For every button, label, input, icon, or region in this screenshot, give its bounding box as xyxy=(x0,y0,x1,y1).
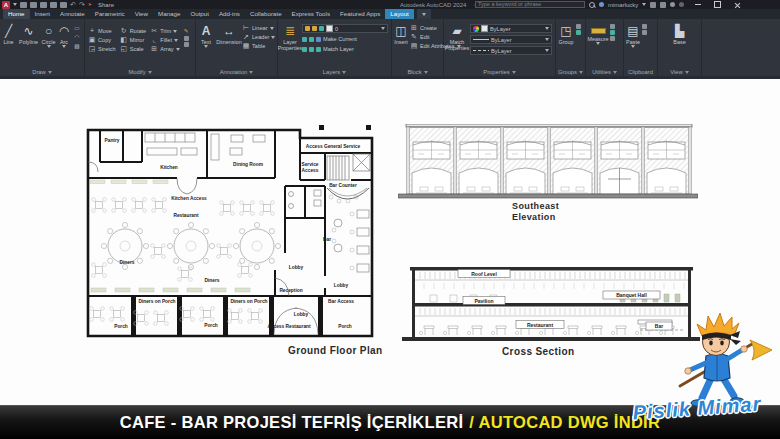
undo-icon[interactable]: ↶ xyxy=(70,0,76,9)
arc-icon: ◠ xyxy=(59,23,69,39)
match-layer-button[interactable]: Match Layer xyxy=(302,45,388,53)
hatch-tool-icon[interactable]: ▨ xyxy=(74,42,79,50)
minimize-button[interactable] xyxy=(695,4,701,5)
tab-featured-apps[interactable]: Featured Apps xyxy=(335,9,385,19)
panel-groups: ◳ Group Groups xyxy=(556,19,586,76)
user-menu-caret-icon[interactable] xyxy=(642,3,646,6)
text-icon: A xyxy=(202,23,211,39)
new-file-icon[interactable] xyxy=(20,2,27,8)
stretch-button[interactable]: ◲Stretch xyxy=(88,45,116,53)
close-button[interactable] xyxy=(734,2,740,8)
autocad-logo-icon[interactable]: A xyxy=(2,1,10,9)
object-color-dropdown[interactable]: ByLayer xyxy=(470,24,552,33)
plan-room-label: Kitchen xyxy=(160,165,178,170)
lineweight-dropdown[interactable]: ByLayer xyxy=(470,35,552,44)
insert-button[interactable]: ◫ Insert xyxy=(392,21,410,65)
mirror-button[interactable]: ◧Mirror xyxy=(120,36,146,44)
circle-button[interactable]: ○ Circle xyxy=(40,21,57,65)
tab-view[interactable]: View xyxy=(130,9,153,19)
quick-calc-icon[interactable] xyxy=(610,36,615,41)
search-icon[interactable] xyxy=(589,2,595,8)
leader-button[interactable]: ↗Leader xyxy=(242,33,275,41)
line-button[interactable]: ╱ Line xyxy=(0,21,17,65)
rectangle-tool-icon[interactable]: ▭ xyxy=(74,24,79,32)
erase-icon[interactable] xyxy=(184,36,189,41)
tab-add-ins[interactable]: Add-ins xyxy=(214,9,245,19)
scale-button[interactable]: ◱Scale xyxy=(120,45,146,53)
trim-button[interactable]: ✂Trim xyxy=(150,27,179,35)
move-button[interactable]: +Move xyxy=(88,27,116,35)
save-icon[interactable] xyxy=(40,2,47,8)
tab-annotate[interactable]: Annotate xyxy=(55,9,90,19)
tab-express-tools[interactable]: Express Tools xyxy=(287,9,335,19)
measure-button[interactable]: Measure xyxy=(586,21,610,65)
layer-freeze-icon[interactable] xyxy=(312,26,317,31)
panel-label-groups[interactable]: Groups xyxy=(556,69,585,75)
arc-button[interactable]: ◠ Arc xyxy=(57,21,71,65)
open-file-icon[interactable] xyxy=(30,2,37,8)
linear-button[interactable]: ⊢Linear xyxy=(242,24,275,32)
app-menu-caret-icon[interactable] xyxy=(13,3,17,6)
quick-select-icon[interactable] xyxy=(610,24,615,29)
layer-on-icon[interactable] xyxy=(305,26,310,31)
plot-icon[interactable] xyxy=(60,2,67,8)
tab-manage[interactable]: Manage xyxy=(153,9,185,19)
restore-button[interactable] xyxy=(714,1,721,8)
explode-icon[interactable] xyxy=(184,42,189,47)
redo-icon[interactable]: ↷ xyxy=(79,0,85,9)
panel-label-draw[interactable]: Draw xyxy=(0,69,84,75)
group-button[interactable]: ◳ Group xyxy=(556,21,576,65)
table-button[interactable]: ▦Table xyxy=(242,42,275,50)
linetype-dropdown[interactable]: ByLayer xyxy=(470,46,552,55)
layer-dropdown-caret-icon[interactable] xyxy=(381,27,385,30)
group-edit-icon[interactable] xyxy=(576,30,581,35)
tab-insert[interactable]: Insert xyxy=(30,9,55,19)
dimension-button[interactable]: ↔ Dimension xyxy=(216,21,242,65)
copy-button[interactable]: ▣Copy xyxy=(88,36,116,44)
cut-icon[interactable] xyxy=(642,24,647,29)
panel-label-block[interactable]: Block xyxy=(392,69,443,75)
help-icon[interactable] xyxy=(670,2,675,7)
autodesk-app-icon[interactable] xyxy=(660,2,666,8)
tab-collaborate[interactable]: Collaborate xyxy=(245,9,287,19)
panel-label-clipboard[interactable]: Clipboard xyxy=(624,69,657,75)
fillet-button[interactable]: ◟Fillet xyxy=(150,36,179,44)
username[interactable]: mimarlucky xyxy=(608,2,638,8)
tab-output[interactable]: Output xyxy=(185,9,214,19)
make-current-button[interactable]: Make Current xyxy=(302,35,388,43)
panel-label-utilities[interactable]: Utilities xyxy=(586,69,623,75)
tab-home[interactable]: Home xyxy=(3,9,30,19)
banner-text: CAFE - BAR PROJESİ TEFRİŞ İÇERİKLERİ xyxy=(120,413,464,432)
layer-properties-button[interactable]: ≣ Layer Properties xyxy=(278,21,302,65)
save-as-icon[interactable] xyxy=(50,2,57,8)
layer-lock-icon[interactable] xyxy=(319,26,324,31)
panel-label-modify[interactable]: Modify xyxy=(85,69,195,75)
tab-layout[interactable]: Layout xyxy=(385,9,414,19)
layer-dropdown[interactable]: 0 xyxy=(302,24,388,33)
panel-label-layers[interactable]: Layers xyxy=(278,69,391,75)
section-label: Banquet Hall xyxy=(616,292,647,298)
share-button[interactable]: Share xyxy=(98,2,114,8)
share-icon[interactable]: ➤ xyxy=(88,0,92,9)
notifications-icon[interactable] xyxy=(679,2,684,7)
app-store-cart-icon[interactable] xyxy=(650,2,656,8)
user-avatar-icon[interactable] xyxy=(599,2,604,7)
tab-overflow-button[interactable] xyxy=(417,9,431,19)
ellipse-tool-icon[interactable]: ◠ xyxy=(75,33,80,41)
panel-label-annotation[interactable]: Annotation xyxy=(196,69,277,75)
pencil-icon[interactable]: ✎ xyxy=(184,27,189,35)
panel-label-view[interactable]: View xyxy=(658,69,701,75)
text-button[interactable]: A Text xyxy=(196,21,216,65)
paste-button[interactable]: ▤ Paste xyxy=(624,21,642,65)
base-button[interactable]: ▙ Base xyxy=(669,21,691,65)
panel-label-properties[interactable]: Properties xyxy=(444,69,555,75)
array-button[interactable]: ⊞Array xyxy=(150,45,179,53)
id-point-icon[interactable] xyxy=(610,30,615,35)
match-properties-button[interactable]: ▰ Match Properties xyxy=(444,21,470,65)
ungroup-icon[interactable] xyxy=(576,24,581,29)
search-input[interactable]: Type a keyword or phrase xyxy=(475,1,585,8)
tab-parametric[interactable]: Parametric xyxy=(90,9,130,19)
rotate-button[interactable]: ↻Rotate xyxy=(120,27,146,35)
polyline-button[interactable]: ∿ Polyline xyxy=(17,21,40,65)
copy-clip-icon[interactable] xyxy=(642,30,647,35)
